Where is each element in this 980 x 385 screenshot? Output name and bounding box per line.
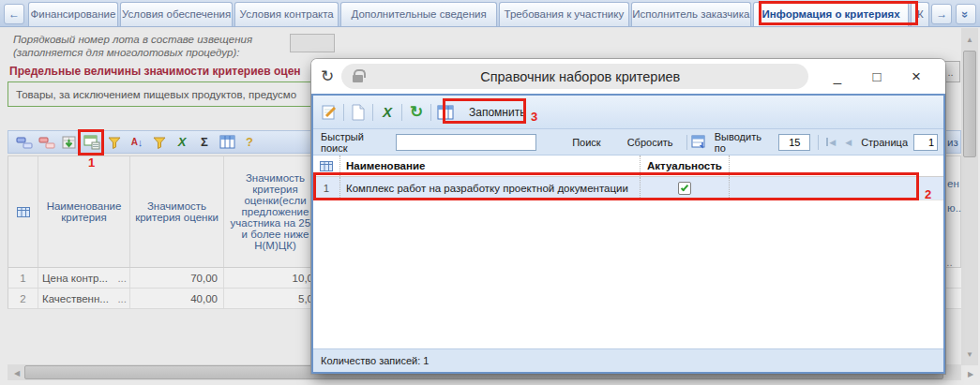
- row-number: 1: [8, 268, 38, 288]
- annotation-box-step1: [78, 129, 104, 155]
- new-record-button[interactable]: [348, 102, 369, 123]
- clear-filter-button[interactable]: [151, 134, 168, 151]
- delete-row-icon: [38, 134, 55, 151]
- left-arrow-icon: ←: [8, 7, 20, 21]
- close-button[interactable]: ×: [897, 67, 936, 86]
- help-button[interactable]: ?: [241, 134, 258, 151]
- scroll-up-icon: ▲: [966, 36, 973, 44]
- first-page-button[interactable]: ◀: [826, 138, 836, 147]
- tab-financing[interactable]: Финансирование: [28, 2, 118, 26]
- reset-button[interactable]: Сбросить: [627, 137, 673, 148]
- filter-icon: [107, 135, 122, 150]
- lock-icon: [353, 75, 363, 82]
- import-rows-button[interactable]: [61, 134, 78, 151]
- page-input[interactable]: [913, 134, 938, 151]
- filter-separator: [686, 135, 687, 150]
- tab-overflow-button[interactable]: »: [956, 4, 976, 24]
- criterion-name-text: Качественн...: [42, 293, 109, 304]
- scroll-left-button[interactable]: ◀: [9, 365, 24, 380]
- dictionary-dialog-window: ↻ Справочник наборов критериев _ □ × X: [311, 59, 945, 374]
- scroll-down-button[interactable]: ▼: [962, 347, 977, 362]
- toolbar-separator: [343, 104, 344, 121]
- tab-scroll-right-button[interactable]: →: [931, 4, 952, 24]
- toolbar-separator: [401, 104, 402, 121]
- filter-separator: [818, 135, 819, 150]
- excel-export-button[interactable]: X: [173, 134, 190, 151]
- excel-export-button[interactable]: X: [377, 102, 398, 123]
- scroll-down-icon: ▼: [966, 350, 973, 359]
- search-button[interactable]: Поиск: [572, 137, 600, 148]
- dialog-titlebar[interactable]: ↻ Справочник наборов критериев _ □ ×: [311, 59, 945, 94]
- sum-icon: Σ: [201, 135, 208, 149]
- clear-filter-icon: [152, 135, 167, 150]
- first-page-icon: ◀: [829, 138, 836, 147]
- bg-fragment-header-text-2: ю..: [947, 202, 961, 214]
- first-page-bar-icon: [826, 138, 828, 146]
- annotation-box-active-tab: [759, 1, 918, 25]
- delete-row-button[interactable]: [38, 134, 55, 151]
- dialog-reload-button[interactable]: ↻: [321, 67, 334, 86]
- scroll-right-button[interactable]: ▶: [963, 366, 978, 381]
- scroll-right-icon: ▶: [968, 370, 973, 378]
- lot-number-label-line2: (заполняется для многолотовых процедур):: [13, 47, 240, 58]
- refresh-list-button[interactable]: ↻: [406, 102, 427, 123]
- column-settings-icon: [219, 135, 235, 149]
- edit-record-button[interactable]: [319, 102, 339, 123]
- annotation-step3-label: 3: [531, 110, 537, 124]
- minimize-button[interactable]: _: [818, 68, 857, 84]
- criteria-limits-section-title: Предельные величины значимости критериев…: [9, 65, 301, 78]
- sort-letter-icon: А: [131, 137, 138, 147]
- add-row-button[interactable]: [16, 134, 33, 151]
- toolbar-separator: [372, 104, 373, 121]
- col-header-criterion-name: Наименование критерия: [38, 156, 130, 267]
- excel-icon: X: [383, 104, 392, 120]
- truncation-ellipsis: ...: [117, 293, 129, 304]
- per-page-label: Выводить по: [715, 131, 774, 154]
- quick-search-label: Быстрый поиск: [321, 131, 390, 154]
- tab-customer-executor[interactable]: Исполнитель заказчика: [631, 2, 751, 26]
- page-label: Страница: [861, 137, 908, 148]
- help-icon: ?: [246, 135, 253, 149]
- tab-contract-terms[interactable]: Условия контракта: [234, 2, 339, 26]
- quick-search-input[interactable]: [396, 134, 536, 151]
- edit-record-icon: [321, 104, 338, 121]
- bg-fragment-page-of: из: [947, 137, 958, 148]
- row-number: 2: [8, 289, 38, 308]
- tab-collateral-terms[interactable]: Условия обеспечения: [120, 2, 233, 26]
- bg-fragment-header-text-1: ен: [947, 178, 959, 189]
- prev-page-icon: ◀: [845, 138, 852, 147]
- sort-button[interactable]: А↓: [128, 134, 145, 151]
- tab-scroll-left-button[interactable]: ←: [4, 4, 24, 24]
- dialog-toolbar: X ↻ Запомнить: [313, 96, 943, 129]
- scroll-up-button[interactable]: ▲: [962, 32, 977, 47]
- maximize-button[interactable]: □: [857, 68, 897, 84]
- page-size-icon: [691, 135, 706, 149]
- annotation-step2-label: 2: [925, 187, 931, 201]
- new-record-icon: [351, 104, 366, 121]
- truncation-ellipsis: ...: [117, 273, 129, 284]
- excel-icon: X: [178, 135, 187, 149]
- apply-page-size-button[interactable]: [691, 134, 707, 151]
- filter-button[interactable]: [106, 134, 123, 151]
- double-chevron-down-icon: »: [959, 10, 973, 17]
- lot-number-input[interactable]: [290, 34, 335, 52]
- per-page-input[interactable]: [778, 134, 810, 151]
- criterion-weight-cell: 40,00: [130, 289, 224, 308]
- dialog-filter-row: Быстрый поиск Поиск Сбросить Выводить по…: [313, 129, 943, 155]
- lot-number-label-line1: Порядковый номер лота в составе извещени…: [13, 34, 252, 45]
- tab-participant-requirements[interactable]: Требования к участнику: [499, 2, 629, 26]
- vertical-scroll-thumb[interactable]: [963, 51, 976, 157]
- criterion-weight-cell: 70,00: [130, 268, 224, 288]
- tab-additional-info[interactable]: Дополнительные сведения: [340, 2, 497, 26]
- criterion-name-cell: Качественн... ...: [38, 289, 130, 308]
- refresh-list-icon: ↻: [410, 102, 423, 122]
- col-header-criterion-weight: Значимость критерия оценки: [130, 156, 224, 267]
- annotation-box-step2: [313, 172, 919, 200]
- add-row-icon: [16, 134, 33, 151]
- dialog-title: Справочник наборов критериев: [363, 69, 797, 84]
- prev-page-button[interactable]: ◀: [845, 138, 852, 147]
- sum-button[interactable]: Σ: [196, 134, 213, 151]
- column-settings-button[interactable]: [219, 134, 235, 151]
- dialog-status-bar: Количество записей: 1: [313, 348, 943, 372]
- dialog-title-pill: Справочник наборов критериев: [341, 64, 808, 89]
